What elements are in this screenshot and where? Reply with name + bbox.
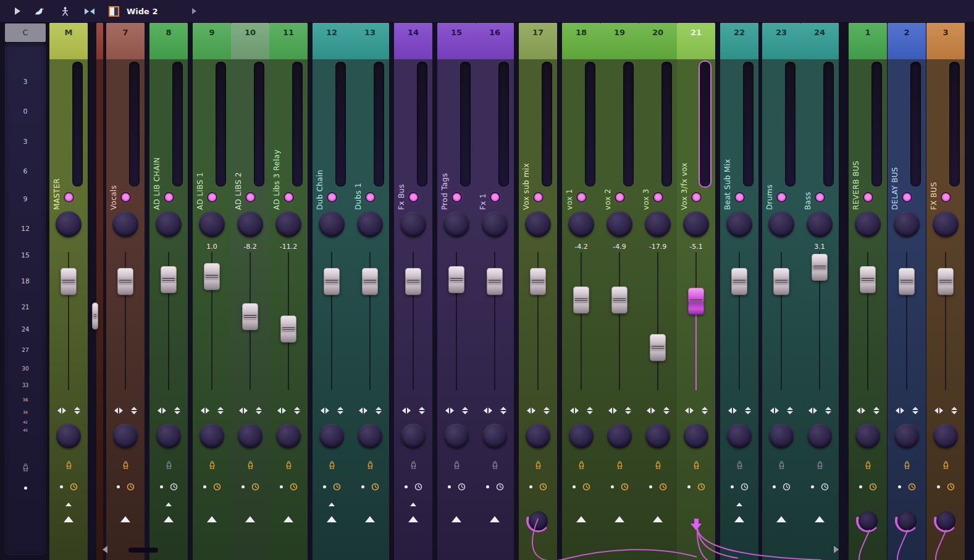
updown-arrows-icon[interactable] <box>294 407 300 414</box>
pan-knob[interactable] <box>807 211 833 237</box>
stereo-swap-icon[interactable] <box>359 407 367 414</box>
updown-arrows-icon[interactable] <box>951 407 957 414</box>
track-number-header[interactable]: 3 <box>926 22 965 59</box>
stereo-swap-icon[interactable] <box>239 407 248 414</box>
record-dot[interactable] <box>859 485 862 488</box>
stereo-swap-icon[interactable] <box>685 407 694 414</box>
fx-lamp-icon[interactable] <box>437 461 476 470</box>
route-arrow-icon[interactable] <box>408 516 418 522</box>
updown-arrows-icon[interactable] <box>217 407 224 414</box>
mute-led[interactable] <box>366 193 374 201</box>
send-knob[interactable] <box>895 509 918 532</box>
sidechain-down-arrow-icon[interactable] <box>691 524 702 530</box>
stereo-swap-icon[interactable] <box>402 407 411 414</box>
track-number-header[interactable]: 16 <box>476 22 514 59</box>
mute-led[interactable] <box>864 193 872 201</box>
mixer-track[interactable]: 16 Fx 1 <box>476 22 514 560</box>
fx-lamp-icon[interactable] <box>562 461 600 470</box>
clock-icon[interactable] <box>908 483 916 491</box>
route-arrow-icon[interactable] <box>327 516 337 522</box>
track-number-header[interactable]: 15 <box>437 22 476 59</box>
fader-track[interactable] <box>530 252 546 390</box>
route-arrow-icon[interactable] <box>120 516 130 522</box>
clock-icon[interactable] <box>697 483 705 491</box>
pan-knob[interactable] <box>683 211 709 237</box>
volume-fader[interactable] <box>280 316 296 343</box>
route-arrow-small-icon[interactable] <box>736 503 742 506</box>
record-dot[interactable] <box>773 485 776 488</box>
fx-lamp-icon[interactable] <box>269 461 308 470</box>
pan-knob[interactable] <box>56 211 82 237</box>
mixer-track[interactable]: 18 vox 1 -4.2 <box>562 22 600 560</box>
scroll-left-arrow[interactable] <box>103 546 107 553</box>
record-dot[interactable] <box>117 485 120 488</box>
volume-fader[interactable] <box>530 268 546 295</box>
mixer-track[interactable]: 7 Vocals <box>106 22 145 560</box>
stereo-separation-knob[interactable] <box>113 424 138 448</box>
record-dot[interactable] <box>573 485 576 488</box>
updown-arrows-icon[interactable] <box>912 407 918 414</box>
pan-knob[interactable] <box>726 211 752 237</box>
updown-arrows-icon[interactable] <box>702 407 708 414</box>
volume-fader[interactable] <box>938 268 954 295</box>
updown-arrows-icon[interactable] <box>825 407 831 414</box>
track-number-header[interactable]: 14 <box>394 22 432 59</box>
stereo-swap-icon[interactable] <box>728 407 737 414</box>
updown-arrows-icon[interactable] <box>337 407 343 414</box>
record-dot[interactable] <box>486 485 489 488</box>
fader-track[interactable] <box>324 252 340 390</box>
mute-led[interactable] <box>453 193 461 201</box>
route-arrow-icon[interactable] <box>164 516 174 522</box>
record-dot[interactable] <box>529 485 532 488</box>
stereo-separation-knob[interactable] <box>569 424 594 448</box>
updown-arrows-icon[interactable] <box>462 407 468 414</box>
pan-knob[interactable] <box>275 211 301 237</box>
fader-track[interactable] <box>773 252 789 390</box>
fx-lamp-icon[interactable] <box>677 461 715 470</box>
mute-led[interactable] <box>816 193 824 201</box>
pan-knob[interactable] <box>482 211 508 237</box>
pan-knob[interactable] <box>357 211 383 237</box>
clock-icon[interactable] <box>371 483 379 491</box>
mute-led[interactable] <box>409 193 418 201</box>
fader-track[interactable] <box>688 252 704 390</box>
clock-icon[interactable] <box>947 483 955 491</box>
track-number-header[interactable]: 21 <box>677 22 715 59</box>
track-number-header[interactable]: 24 <box>800 22 839 59</box>
fx-lamp-icon[interactable] <box>149 461 188 470</box>
stereo-swap-icon[interactable] <box>157 407 166 414</box>
clock-icon[interactable] <box>741 483 749 491</box>
route-arrow-small-icon[interactable] <box>65 503 72 506</box>
volume-fader[interactable] <box>688 288 704 315</box>
route-arrow-icon[interactable] <box>283 516 293 522</box>
volume-fader[interactable] <box>324 268 340 295</box>
track-number-header[interactable]: 12 <box>313 22 351 59</box>
mixer-track[interactable]: 11 AD Libs 3 Relay -11.2 <box>269 22 308 560</box>
opposing-arrows-icon[interactable] <box>84 7 95 15</box>
fader-track[interactable] <box>280 252 296 390</box>
mute-led[interactable] <box>285 193 293 201</box>
mute-led[interactable] <box>692 193 700 201</box>
fx-lamp-icon[interactable] <box>519 461 557 470</box>
track-number-header[interactable] <box>96 22 103 59</box>
clock-icon[interactable] <box>458 483 466 491</box>
mixer-track[interactable]: 19 vox 2 -4.9 <box>600 22 639 560</box>
clock-icon[interactable] <box>213 483 221 491</box>
updown-arrows-icon[interactable] <box>544 407 550 414</box>
mute-led[interactable] <box>616 193 624 201</box>
fx-lamp-icon[interactable] <box>106 461 145 470</box>
fx-lamp-icon[interactable] <box>394 461 432 470</box>
record-dot[interactable] <box>203 485 206 488</box>
track-number-header[interactable]: 13 <box>351 22 389 59</box>
pan-knob[interactable] <box>156 211 182 237</box>
record-dot[interactable] <box>280 485 283 488</box>
volume-fader[interactable] <box>731 268 747 295</box>
stereo-swap-icon[interactable] <box>277 407 286 414</box>
pan-knob[interactable] <box>933 211 959 237</box>
mute-led[interactable] <box>491 193 499 201</box>
stereo-swap-icon[interactable] <box>321 407 329 414</box>
record-dot[interactable] <box>361 485 364 488</box>
record-dot[interactable] <box>811 485 814 488</box>
volume-fader[interactable] <box>773 268 789 295</box>
record-dot[interactable] <box>687 485 691 488</box>
